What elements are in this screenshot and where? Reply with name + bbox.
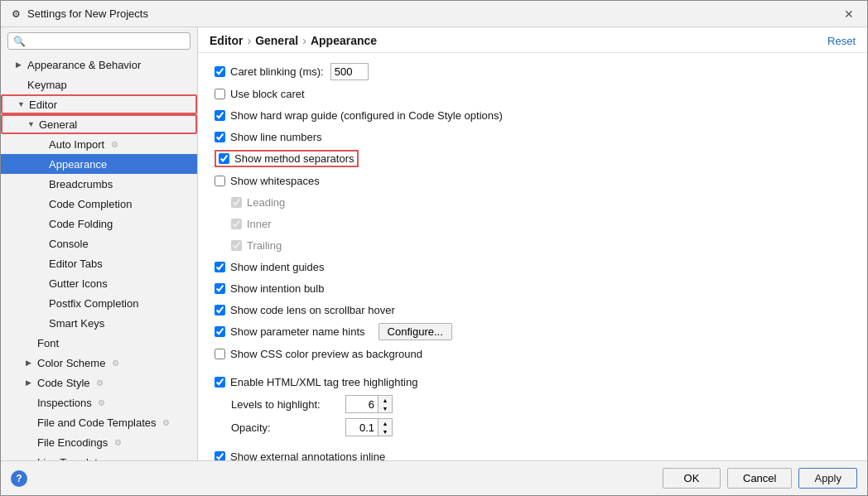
caret-blinking-row: Caret blinking (ms): bbox=[215, 63, 851, 80]
show-whitespaces-row: Show whitespaces bbox=[215, 172, 851, 189]
show-indent-guides-checkbox[interactable] bbox=[215, 262, 225, 272]
sidebar-item-file-code-templates[interactable]: File and Code Templates ⚙ bbox=[1, 412, 197, 432]
levels-spinner[interactable]: 6 ▲ ▼ bbox=[345, 395, 393, 413]
opacity-down-button[interactable]: ▼ bbox=[379, 427, 392, 436]
sidebar-item-smart-keys[interactable]: Smart Keys bbox=[1, 313, 197, 333]
sidebar-item-label: Postfix Completion bbox=[49, 297, 138, 310]
sidebar-item-auto-import[interactable]: Auto Import ⚙ bbox=[1, 134, 197, 154]
levels-down-button[interactable]: ▼ bbox=[379, 404, 392, 412]
sidebar-item-keymap[interactable]: Keymap bbox=[1, 75, 197, 94]
sidebar-item-inspections[interactable]: Inspections ⚙ bbox=[1, 392, 197, 412]
enable-html-xml-row: Enable HTML/XML tag tree highlighting bbox=[215, 373, 851, 390]
settings-window: ⚙ Settings for New Projects ✕ 🔍 ▶ Appear… bbox=[0, 0, 868, 496]
enable-html-xml-label: Enable HTML/XML tag tree highlighting bbox=[230, 376, 417, 388]
levels-up-button[interactable]: ▲ bbox=[379, 396, 392, 404]
enable-html-xml-checkbox[interactable] bbox=[215, 377, 225, 388]
sidebar-item-file-encodings[interactable]: File Encodings ⚙ bbox=[1, 432, 197, 452]
search-input[interactable] bbox=[29, 35, 185, 47]
sidebar-item-label: File and Code Templates bbox=[37, 417, 157, 429]
sidebar-item-gutter-icons[interactable]: Gutter Icons bbox=[1, 273, 197, 293]
reset-link[interactable]: Reset bbox=[827, 35, 856, 47]
inner-row: Inner bbox=[231, 215, 851, 232]
show-whitespaces-label: Show whitespaces bbox=[230, 175, 320, 187]
sidebar-item-editor-tabs[interactable]: Editor Tabs bbox=[1, 253, 197, 273]
sidebar-item-code-style[interactable]: ▶ Code Style ⚙ bbox=[1, 373, 197, 392]
sidebar-item-code-completion[interactable]: Code Completion bbox=[1, 194, 197, 214]
sidebar-item-editor[interactable]: ▼ Editor bbox=[1, 94, 197, 114]
titlebar: ⚙ Settings for New Projects ✕ bbox=[1, 1, 867, 27]
settings-icon: ⚙ bbox=[160, 416, 173, 429]
show-indent-guides-label: Show indent guides bbox=[230, 261, 324, 273]
sidebar-item-label: Inspections bbox=[37, 397, 92, 409]
apply-button[interactable]: Apply bbox=[798, 468, 857, 489]
settings-icon: ⚙ bbox=[94, 376, 107, 389]
sidebar-item-label: Code Folding bbox=[49, 218, 113, 230]
show-param-hints-label: Show parameter name hints bbox=[230, 325, 365, 338]
show-css-color-label: Show CSS color preview as background bbox=[230, 348, 422, 360]
trailing-checkbox[interactable] bbox=[231, 240, 242, 251]
sidebar-item-console[interactable]: Console bbox=[1, 234, 197, 253]
sidebar-item-label: File Encodings bbox=[37, 436, 108, 449]
configure-button[interactable]: Configure... bbox=[379, 323, 452, 340]
trailing-label: Trailing bbox=[247, 239, 282, 252]
show-external-annotations-checkbox[interactable] bbox=[215, 451, 225, 461]
show-line-numbers-checkbox[interactable] bbox=[215, 132, 225, 142]
use-block-caret-label: Use block caret bbox=[230, 88, 305, 100]
main-panel: Editor › General › Appearance Reset Care… bbox=[198, 27, 867, 460]
show-method-separators-label: Show method separators bbox=[234, 152, 354, 165]
sidebar-item-label: Code Completion bbox=[49, 198, 132, 210]
show-whitespaces-checkbox[interactable] bbox=[215, 176, 225, 186]
show-css-color-row: Show CSS color preview as background bbox=[215, 345, 851, 362]
sidebar-item-label: Keymap bbox=[27, 79, 67, 91]
arrow-icon: ▶ bbox=[16, 60, 27, 69]
show-param-hints-row: Show parameter name hints Configure... bbox=[215, 323, 851, 340]
ok-button[interactable]: OK bbox=[663, 468, 721, 489]
sidebar-item-font[interactable]: Font bbox=[1, 333, 197, 353]
sidebar-item-postfix-completion[interactable]: Postfix Completion bbox=[1, 293, 197, 313]
caret-blinking-checkbox[interactable] bbox=[215, 66, 225, 77]
sidebar-item-label: Appearance & Behavior bbox=[27, 59, 141, 71]
cancel-button[interactable]: Cancel bbox=[727, 468, 792, 489]
opacity-input[interactable]: 0.1 bbox=[346, 420, 378, 436]
window-title: Settings for New Projects bbox=[27, 7, 839, 20]
sidebar-item-live-templates[interactable]: Live Templates bbox=[1, 452, 197, 460]
sidebar-item-color-scheme[interactable]: ▶ Color Scheme ⚙ bbox=[1, 353, 197, 373]
leading-checkbox[interactable] bbox=[231, 197, 242, 208]
show-code-lens-checkbox[interactable] bbox=[215, 305, 225, 315]
panel-body: Caret blinking (ms): Use block caret Sho… bbox=[198, 53, 867, 460]
opacity-spinner[interactable]: 0.1 ▲ ▼ bbox=[345, 418, 393, 436]
caret-blinking-input[interactable] bbox=[330, 63, 369, 80]
breadcrumb-part-general: General bbox=[255, 34, 298, 47]
show-method-separators-checkbox[interactable] bbox=[219, 153, 229, 164]
inner-label: Inner bbox=[247, 218, 272, 230]
sidebar-item-code-folding[interactable]: Code Folding bbox=[1, 214, 197, 234]
arrow-icon: ▼ bbox=[27, 120, 39, 128]
levels-input[interactable]: 6 bbox=[346, 397, 378, 412]
sidebar-item-appearance-behavior[interactable]: ▶ Appearance & Behavior bbox=[1, 55, 197, 75]
inner-checkbox[interactable] bbox=[231, 219, 242, 229]
arrow-icon: ▶ bbox=[26, 378, 37, 387]
breadcrumb: Editor › General › Appearance bbox=[210, 34, 377, 47]
show-hard-wrap-label: Show hard wrap guide (configured in Code… bbox=[230, 109, 503, 122]
show-css-color-checkbox[interactable] bbox=[215, 349, 225, 359]
sidebar-item-label: General bbox=[39, 118, 77, 131]
help-button[interactable]: ? bbox=[11, 470, 27, 487]
breadcrumb-sep: › bbox=[302, 34, 306, 47]
opacity-spinner-buttons: ▲ ▼ bbox=[378, 419, 392, 436]
show-hard-wrap-checkbox[interactable] bbox=[215, 110, 225, 121]
show-param-hints-checkbox[interactable] bbox=[215, 326, 225, 337]
sidebar-item-general[interactable]: ▼ General bbox=[1, 114, 197, 134]
opacity-up-button[interactable]: ▲ bbox=[379, 419, 392, 427]
sidebar-item-breadcrumbs[interactable]: Breadcrumbs bbox=[1, 174, 197, 194]
show-external-annotations-label: Show external annotations inline bbox=[230, 450, 385, 461]
opacity-row: Opacity: 0.1 ▲ ▼ bbox=[215, 418, 851, 436]
sidebar-item-label: Breadcrumbs bbox=[49, 178, 113, 190]
sidebar-item-appearance[interactable]: Appearance bbox=[1, 154, 197, 174]
use-block-caret-checkbox[interactable] bbox=[215, 89, 225, 99]
show-intention-bulb-checkbox[interactable] bbox=[215, 283, 225, 294]
use-block-caret-row: Use block caret bbox=[215, 85, 851, 102]
breadcrumb-part-appearance: Appearance bbox=[311, 34, 377, 47]
close-button[interactable]: ✕ bbox=[839, 4, 859, 24]
trailing-row: Trailing bbox=[231, 237, 851, 253]
search-box[interactable]: 🔍 bbox=[7, 32, 190, 50]
